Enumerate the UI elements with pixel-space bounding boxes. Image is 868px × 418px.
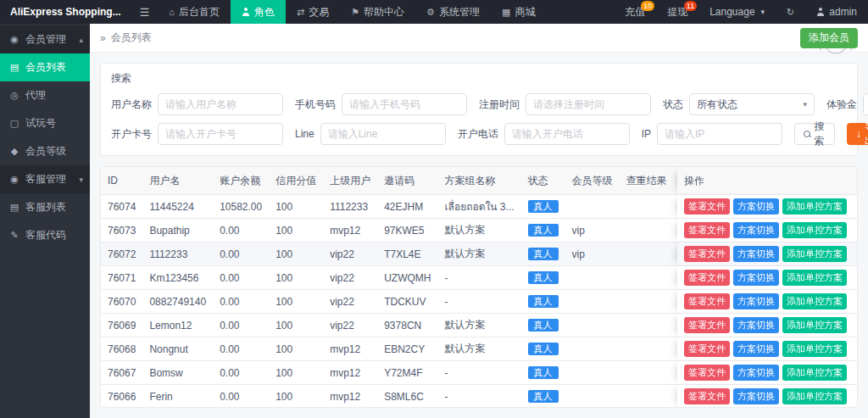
sidebar-item-trial[interactable]: ▢试玩号 [0,109,90,137]
add-single-plan-button[interactable]: 添加单控方案 [782,222,847,238]
sign-file-button[interactable]: 签署文件 [684,246,730,262]
field-input-IP[interactable] [657,123,782,145]
cell-parent: vip22 [323,314,377,337]
sign-file-button[interactable]: 签署文件 [684,293,730,309]
add-single-plan-button[interactable]: 添加单控方案 [782,270,847,286]
nav-item-role[interactable]: 角色 [231,0,286,24]
sign-file-button[interactable]: 签署文件 [684,222,730,238]
sign-file-button[interactable]: 签署文件 [684,365,730,381]
table-row: 76067Bomsw0.00100mvp12Y72M4F-真人2022/04/2… [101,361,857,385]
status-badge: 真人 [528,343,559,355]
cell-balance: 0.00 [213,385,269,407]
switch-plan-button[interactable]: 方案切换 [733,270,779,286]
sidebar-item-service-manage[interactable]: ◉客服管理▾ [0,165,90,193]
search-button[interactable]: 搜索 [794,123,835,145]
cell-username: Km123456 [142,266,213,290]
switch-plan-button[interactable]: 方案切换 [733,317,779,333]
sidebar-item-service-list[interactable]: ▤客服列表 [0,193,90,221]
sign-file-button[interactable]: 签署文件 [684,198,730,215]
sign-file-button[interactable]: 签署文件 [684,317,730,333]
withdraw-button[interactable]: 提现11 [656,0,698,24]
sign-file-button[interactable]: 签署文件 [684,270,730,286]
export-button[interactable]: ↓导出 [847,123,868,145]
nav-item-system[interactable]: ⚙系统管理 [415,0,491,24]
sidebar-item-member-level[interactable]: ◆会员等级 [0,137,90,165]
cell-status: 真人 [521,385,565,407]
field-label: 开户卡号 [111,127,152,142]
field-注册时间: 注册时间 [479,93,651,115]
language-dropdown[interactable]: Language▾ [698,0,776,24]
table-body: 760741144522410582.00100111223342EJHMเลื… [101,195,857,407]
recharge-button[interactable]: 充值10 [614,0,656,24]
add-member-button[interactable]: 添加会员 [800,28,858,48]
field-select-体验金[interactable]: 所有状态▾ [863,93,868,115]
add-single-plan-button[interactable]: 添加单控方案 [782,341,847,357]
cell-id: 76070 [101,290,142,314]
nav-item-help[interactable]: ⚑帮助中心 [340,0,415,24]
cell-username: Lemon12 [142,314,213,337]
column-header-方案组名称: 方案组名称 [438,167,521,195]
cell-credit: 100 [269,290,323,314]
field-input-开户卡号[interactable] [158,123,283,145]
add-single-plan-button[interactable]: 添加单控方案 [782,388,847,404]
nav-label-mall: 商城 [515,5,535,20]
cell-id: 76071 [101,266,142,290]
admin-label: admin [829,6,857,18]
sidebar-item-agent[interactable]: ◎代理 [0,81,90,109]
cell-status: 真人 [521,290,565,314]
add-single-plan-button[interactable]: 添加单控方案 [782,293,847,309]
field-input-用户名称[interactable] [158,93,283,115]
refresh-button[interactable]: ↻ [776,0,805,24]
switch-plan-button[interactable]: 方案切换 [733,388,779,404]
sidebar-item-member-manage[interactable]: ◉会员管理▴ [0,25,90,53]
status-badge: 真人 [528,295,559,308]
table-row: 76069Lemon120.00100vip229378CN默认方案真人2001… [101,314,857,337]
nav-label-trade: 交易 [309,5,329,20]
trade-icon: ⇄ [297,7,304,18]
cell-level [565,314,620,337]
sidebar-label-member-list: 会员列表 [25,60,66,75]
service-code-icon: ✎ [9,230,19,241]
field-input-开户电话[interactable] [504,123,630,145]
cell-level [565,385,620,407]
switch-plan-button[interactable]: 方案切换 [733,198,779,215]
cell-parent: 1112233 [323,195,377,219]
cell-invite: 97KWE5 [377,219,437,242]
sign-file-button[interactable]: 签署文件 [684,388,730,404]
admin-menu[interactable]: admin [805,0,868,24]
add-single-plan-button[interactable]: 添加单控方案 [782,246,847,262]
breadcrumb: » 会员列表 [100,31,152,45]
brand-title: AliExpress Shopping... [0,0,131,24]
field-label: Line [295,128,314,140]
nav-item-mall[interactable]: ▦商城 [491,0,546,24]
add-single-plan-button[interactable]: 添加单控方案 [782,198,847,215]
field-input-注册时间[interactable] [526,93,651,115]
switch-plan-button[interactable]: 方案切换 [733,365,779,381]
field-input-Line[interactable] [320,123,446,145]
nav-item-trade[interactable]: ⇄交易 [286,0,340,24]
hamburger-menu-icon[interactable]: ☰ [131,0,159,24]
sidebar-item-member-list[interactable]: ▤会员列表 [0,53,90,81]
switch-plan-button[interactable]: 方案切换 [733,222,779,238]
switch-plan-button[interactable]: 方案切换 [733,293,779,309]
role-icon [242,8,250,16]
cell-plan: 默认方案 [438,337,521,361]
member-level-icon: ◆ [9,146,19,157]
cell-level: vip [565,242,620,266]
field-select-状态[interactable]: 所有状态▾ [689,93,815,115]
sign-file-button[interactable]: 签署文件 [684,341,730,357]
member-table: ID用户名账户余额信用分值上级用户邀请码方案组名称状态会员等级查重结果IP注册时… [101,167,857,407]
field-label: 体验金 [826,98,857,112]
nav-label-dashboard: 后台首页 [179,5,220,20]
cell-actions: 签署文件方案切换添加单控方案 [677,242,857,266]
nav-item-dashboard[interactable]: ⌂后台首页 [158,0,231,24]
sidebar-item-service-code[interactable]: ✎客服代码 [0,221,90,249]
switch-plan-button[interactable]: 方案切换 [733,341,779,357]
admin-avatar-icon [816,8,825,16]
search-icon [804,131,809,138]
switch-plan-button[interactable]: 方案切换 [733,246,779,262]
refresh-icon: ↻ [787,7,794,18]
add-single-plan-button[interactable]: 添加单控方案 [782,365,847,381]
add-single-plan-button[interactable]: 添加单控方案 [782,317,847,333]
field-input-手机号码[interactable] [342,93,467,115]
